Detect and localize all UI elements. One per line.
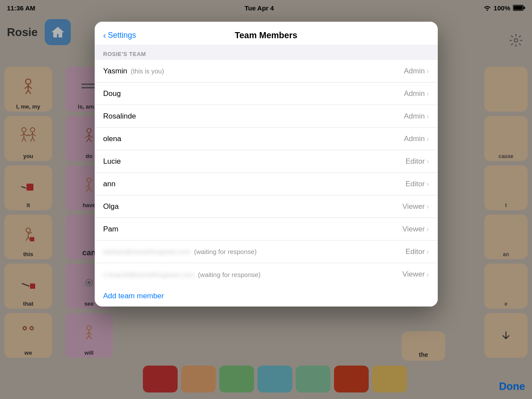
team-section-label: ROSIE'S TEAM [95,45,438,60]
add-member-section: Add team member [95,286,438,307]
members-list: Yasmin (this is you) Admin › Doug Admin … [95,60,438,286]
member-row-barbara[interactable]: barbara@somethingware.com (waiting for r… [95,241,438,263]
back-chevron-icon: ‹ [103,30,106,40]
add-member-button[interactable]: Add team member [103,292,164,300]
chevron-right-icon: › [426,270,429,278]
member-row-olena[interactable]: olena Admin › [95,128,438,150]
chevron-right-icon: › [426,112,429,120]
chevron-right-icon: › [426,158,429,165]
member-right-yasmin: Admin › [404,67,429,76]
member-row-leopold[interactable]: n.leopold@somethingware.com (waiting for… [95,263,438,286]
member-left-yasmin: Yasmin (this is you) [103,67,164,76]
member-row-doug[interactable]: Doug Admin › [95,82,438,105]
chevron-right-icon: › [426,248,429,256]
team-members-modal: ‹ Settings Team Members ROSIE'S TEAM Yas… [95,22,438,307]
back-label: Settings [108,31,136,40]
member-row-rosalinde[interactable]: Rosalinde Admin › [95,105,438,128]
chevron-right-icon: › [426,180,429,188]
member-row-yasmin[interactable]: Yasmin (this is you) Admin › [95,60,438,82]
chevron-right-icon: › [426,135,429,143]
member-row-ann[interactable]: ann Editor › [95,173,438,195]
member-row-lucie[interactable]: Lucie Editor › [95,150,438,173]
chevron-right-icon: › [426,90,429,98]
modal-title: Team Members [235,30,297,40]
chevron-right-icon: › [426,203,429,211]
member-row-pam[interactable]: Pam Viewer › [95,218,438,241]
chevron-right-icon: › [426,225,429,233]
member-row-olga[interactable]: Olga Viewer › [95,195,438,218]
chevron-right-icon: › [426,67,429,75]
modal-header: ‹ Settings Team Members [95,22,438,45]
back-button[interactable]: ‹ Settings [103,30,136,40]
